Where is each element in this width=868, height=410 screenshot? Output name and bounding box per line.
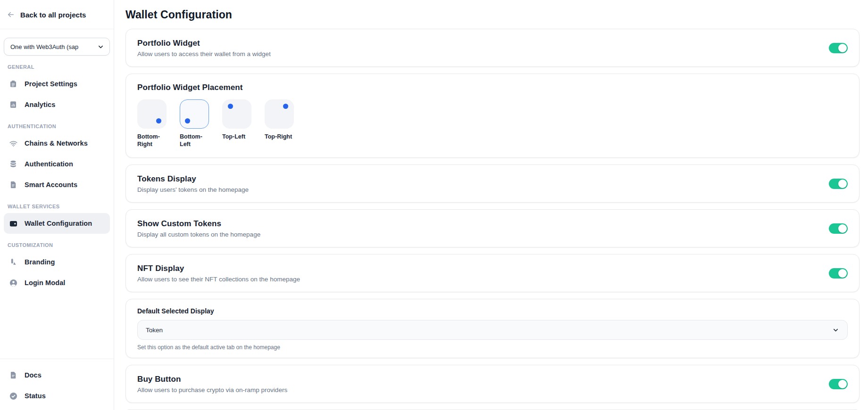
- main-content: Wallet Configuration Portfolio Widget Al…: [114, 0, 868, 410]
- card-subtitle: Allow users to purchase crypto via on-ra…: [137, 386, 287, 394]
- card-subtitle: Display users' tokens on the homepage: [137, 186, 249, 193]
- project-selector-dropdown[interactable]: One with Web3Auth (sap: [4, 38, 110, 56]
- sidebar-item-login-modal[interactable]: Login Modal: [4, 272, 110, 293]
- section-label-authentication: AUTHENTICATION: [8, 123, 106, 129]
- placement-tile[interactable]: [137, 99, 167, 129]
- portfolio-widget-toggle[interactable]: [829, 43, 848, 53]
- section-label-customization: CUSTOMIZATION: [8, 242, 106, 248]
- sidebar-item-label: Chains & Networks: [25, 139, 88, 147]
- doc-icon: [8, 370, 18, 380]
- file-icon: [8, 180, 18, 189]
- portfolio-widget-text: Portfolio Widget Allow users to access t…: [137, 39, 271, 57]
- wifi-icon: [8, 139, 18, 148]
- card-title: Buy Button: [137, 375, 287, 384]
- show-custom-tokens-card: Show Custom Tokens Display all custom to…: [125, 209, 860, 247]
- card-subtitle: Allow users to access their wallet from …: [137, 50, 271, 57]
- sidebar-item-label: Authentication: [25, 160, 73, 168]
- sidebar-nav: GENERAL Project Settings Analytics AUTHE…: [0, 56, 114, 297]
- show-custom-tokens-text: Show Custom Tokens Display all custom to…: [137, 219, 260, 238]
- toggle-knob: [838, 44, 847, 52]
- sidebar-item-authentication[interactable]: Authentication: [4, 154, 110, 174]
- placement-tile[interactable]: [265, 99, 294, 129]
- database-icon: [8, 159, 18, 169]
- select-value: Token: [146, 327, 163, 334]
- sidebar-item-label: Branding: [25, 258, 55, 266]
- sidebar-item-label: Wallet Configuration: [25, 220, 92, 227]
- placement-label: Top-Right: [265, 133, 296, 140]
- placement-label: Bottom-Left: [180, 133, 211, 148]
- sidebar-item-wallet-configuration[interactable]: Wallet Configuration: [4, 213, 110, 234]
- sidebar-item-label: Login Modal: [25, 279, 65, 287]
- nft-display-card: NFT Display Allow users to see their NFT…: [125, 254, 860, 292]
- clipboard-icon: [8, 79, 18, 89]
- placement-options: Bottom-Right Bottom-Left Top-Left Top-Ri…: [137, 99, 848, 148]
- sidebar: Back to all projects One with Web3Auth (…: [0, 0, 114, 410]
- placement-label: Bottom-Right: [137, 133, 168, 148]
- sidebar-item-status[interactable]: Status: [4, 385, 110, 406]
- select-label: Default Selected Display: [137, 307, 848, 315]
- nft-display-text: NFT Display Allow users to see their NFT…: [137, 264, 300, 283]
- user-circle-icon: [8, 278, 18, 287]
- select-helper-text: Set this option as the default active ta…: [137, 344, 848, 351]
- placement-dot: [283, 104, 288, 109]
- toggle-knob: [838, 224, 847, 233]
- tokens-display-text: Tokens Display Display users' tokens on …: [137, 174, 249, 193]
- placement-tile[interactable]: [222, 99, 251, 129]
- check-circle-icon: [8, 391, 18, 401]
- card-title: Show Custom Tokens: [137, 219, 260, 229]
- card-subtitle: Allow users to see their NFT collections…: [137, 276, 300, 283]
- wallet-icon: [8, 219, 18, 228]
- sidebar-item-label: Analytics: [25, 101, 55, 108]
- sidebar-item-branding[interactable]: Branding: [4, 252, 110, 272]
- brush-icon: [8, 257, 18, 267]
- placement-option-top-left: Top-Left: [222, 99, 253, 148]
- sidebar-item-smart-accounts[interactable]: Smart Accounts: [4, 174, 110, 195]
- project-selector-value: One with Web3Auth (sap: [10, 43, 78, 50]
- tokens-display-toggle[interactable]: [829, 179, 848, 189]
- sidebar-item-chains-networks[interactable]: Chains & Networks: [4, 133, 110, 154]
- default-selected-display-card: Default Selected Display Token Set this …: [125, 299, 860, 358]
- chevron-down-icon: [97, 43, 104, 50]
- card-subtitle: Display all custom tokens on the homepag…: [137, 231, 260, 238]
- placement-tile[interactable]: [180, 99, 209, 129]
- buy-button-text: Buy Button Allow users to purchase crypt…: [137, 375, 287, 394]
- placement-option-bottom-left: Bottom-Left: [180, 99, 211, 148]
- toggle-knob: [838, 380, 847, 388]
- sidebar-item-label: Project Settings: [25, 80, 77, 88]
- card-title: Tokens Display: [137, 174, 249, 184]
- arrow-left-icon: [7, 10, 15, 19]
- placement-dot: [156, 118, 161, 123]
- section-label-wallet-services: WALLET SERVICES: [8, 204, 106, 209]
- placement-dot: [185, 118, 190, 123]
- toggle-knob: [838, 180, 847, 188]
- analytics-icon: [8, 100, 18, 109]
- portfolio-widget-card: Portfolio Widget Allow users to access t…: [125, 29, 860, 67]
- sidebar-item-label: Status: [25, 392, 46, 400]
- buy-button-card: Buy Button Allow users to purchase crypt…: [125, 365, 860, 403]
- sidebar-item-label: Smart Accounts: [25, 181, 77, 189]
- buy-button-toggle[interactable]: [829, 379, 848, 389]
- nft-display-toggle[interactable]: [829, 268, 848, 279]
- placement-option-bottom-right: Bottom-Right: [137, 99, 168, 148]
- section-label-general: GENERAL: [8, 64, 106, 70]
- chevron-down-icon: [832, 327, 839, 334]
- sidebar-item-analytics[interactable]: Analytics: [4, 94, 110, 115]
- placement-dot: [228, 104, 233, 109]
- sidebar-item-project-settings[interactable]: Project Settings: [4, 74, 110, 94]
- card-title: NFT Display: [137, 264, 300, 273]
- placement-option-top-right: Top-Right: [265, 99, 296, 148]
- sidebar-item-docs[interactable]: Docs: [4, 365, 110, 385]
- sidebar-item-label: Docs: [25, 371, 42, 379]
- default-display-select[interactable]: Token: [137, 320, 848, 340]
- show-custom-tokens-toggle[interactable]: [829, 223, 848, 234]
- sidebar-footer: Docs Status: [0, 359, 114, 410]
- page-title: Wallet Configuration: [125, 8, 860, 21]
- back-to-projects-link[interactable]: Back to all projects: [0, 0, 114, 29]
- card-title: Portfolio Widget: [137, 39, 271, 48]
- toggle-knob: [838, 269, 847, 278]
- tokens-display-card: Tokens Display Display users' tokens on …: [125, 164, 860, 203]
- card-title: Portfolio Widget Placement: [137, 83, 848, 92]
- placement-card: Portfolio Widget Placement Bottom-Right …: [125, 74, 860, 158]
- placement-label: Top-Left: [222, 133, 253, 140]
- back-label: Back to all projects: [20, 11, 86, 19]
